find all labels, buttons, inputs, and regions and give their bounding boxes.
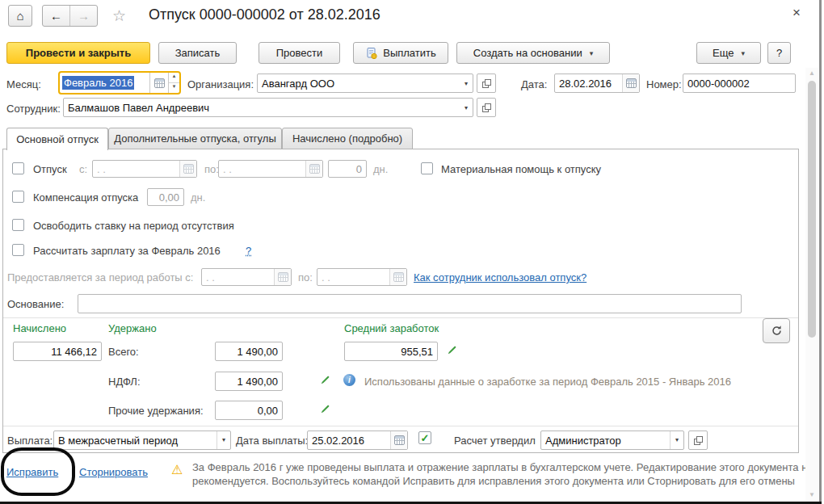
approved-by-open-button[interactable]	[688, 430, 708, 450]
organization-value: Авангард ООО	[258, 78, 460, 90]
reverse-link[interactable]: Сторнировать	[79, 466, 148, 478]
pay-icon	[365, 47, 378, 60]
tab-label: Основной отпуск	[16, 133, 99, 145]
vacation-checkbox[interactable]	[12, 162, 24, 174]
refresh-button[interactable]	[763, 318, 790, 343]
scroll-down-icon[interactable]: ▼	[809, 491, 815, 498]
chevron-down-icon[interactable]: ▾	[217, 431, 230, 449]
calendar-icon	[394, 435, 405, 445]
section-divider	[3, 426, 798, 426]
tab-label: Начислено (подробно)	[292, 132, 402, 145]
create-based-on-button[interactable]: Создать на основании ▾	[456, 42, 610, 64]
fix-link[interactable]: Исправить	[6, 466, 58, 478]
tab-additional-vacations[interactable]: Дополнительные отпуска, отгулы	[108, 128, 282, 149]
date-label: Дата:	[521, 78, 547, 90]
payment-method-select[interactable]: В межрасчетный период ▾	[53, 430, 231, 450]
spinner-down-icon[interactable]: ▾	[169, 83, 179, 93]
calendar-icon	[278, 272, 288, 282]
more-button[interactable]: Еще ▾	[696, 42, 761, 64]
employee-value: Балмашов Павел Андреевич	[64, 102, 460, 114]
pay-button[interactable]: Выплатить	[353, 42, 448, 64]
calendar-button[interactable]	[274, 269, 291, 285]
calendar-button[interactable]	[179, 161, 196, 177]
edit-pencil-icon[interactable]	[447, 345, 457, 355]
chevron-down-icon[interactable]: ▾	[460, 80, 473, 87]
home-button[interactable]: ⌂	[8, 5, 32, 27]
average-earnings-value: 955,51	[345, 346, 437, 358]
release-rate-checkbox[interactable]	[12, 219, 24, 231]
work-period-label: Предоставляется за период работы с:	[7, 271, 193, 284]
warning-icon: ⚠	[171, 464, 183, 477]
back-button[interactable]: ←	[43, 6, 69, 26]
approved-by-select[interactable]: Администратор ▾	[540, 430, 684, 450]
vacation-days-field[interactable]: 0	[328, 160, 367, 178]
month-spinner[interactable]: ▴ ▾	[168, 73, 179, 93]
calendar-button[interactable]	[390, 431, 407, 449]
favorites-star-icon[interactable]: ☆	[112, 6, 126, 25]
close-button[interactable]: ×	[792, 5, 801, 21]
month-value: Февраль 2016	[62, 76, 134, 90]
payment-date-field[interactable]: 25.02.2016	[307, 430, 408, 450]
chevron-down-icon[interactable]: ▾	[670, 431, 683, 449]
chevron-down-icon: ▾	[590, 49, 594, 57]
open-icon	[482, 103, 491, 112]
compensation-unit-label: дн.	[191, 191, 205, 204]
basis-label: Основание:	[7, 298, 64, 310]
approved-by-label: Расчет утвердил	[454, 435, 536, 447]
payment-approved-checkbox[interactable]: ✓	[418, 431, 431, 444]
spinner-up-icon[interactable]: ▴	[169, 73, 179, 83]
tab-accrued-details[interactable]: Начислено (подробно)	[282, 128, 413, 149]
compensation-days-value: 0,00	[148, 191, 183, 204]
number-field[interactable]: 0000-000002	[683, 74, 796, 93]
organization-label: Организация:	[187, 78, 254, 90]
scrollbar-thumb[interactable]	[808, 81, 816, 338]
pay-label: Выплатить	[383, 47, 436, 59]
chevron-down-icon[interactable]: ▾	[460, 104, 473, 111]
vacation-usage-link[interactable]: Как сотрудник использовал отпуск?	[414, 271, 586, 284]
accrued-total-field[interactable]: 11 466,12	[13, 342, 102, 361]
date-field[interactable]: 28.02.2016	[554, 74, 640, 93]
compensation-checkbox[interactable]	[12, 191, 24, 203]
average-earnings-field[interactable]: 955,51	[344, 342, 438, 361]
calc-salary-checkbox[interactable]	[12, 244, 24, 256]
date-calendar-button[interactable]	[622, 74, 639, 92]
check-icon: ✓	[421, 433, 430, 443]
number-value: 0000-000002	[683, 78, 795, 90]
month-calendar-button[interactable]	[149, 73, 168, 93]
scroll-up-icon[interactable]: ▲	[809, 69, 815, 77]
basis-field[interactable]	[78, 294, 742, 313]
edit-pencil-icon[interactable]	[320, 375, 330, 385]
ndfl-field[interactable]: 1 490,00	[215, 372, 283, 391]
employee-open-button[interactable]	[477, 98, 496, 117]
forward-button[interactable]: →	[69, 6, 97, 26]
month-field[interactable]: Февраль 2016 ▴ ▾	[58, 71, 181, 94]
edit-pencil-icon[interactable]	[320, 404, 330, 414]
compensation-days-field[interactable]: 0,00	[147, 188, 184, 206]
work-period-from-field[interactable]: . .	[201, 268, 292, 286]
work-period-to-field[interactable]: . .	[317, 268, 407, 286]
post-and-close-button[interactable]: Провести и закрыть	[6, 42, 150, 64]
other-withholdings-field[interactable]: 0,00	[215, 401, 283, 420]
vacation-to-field[interactable]: . .	[218, 160, 323, 178]
help-button[interactable]: ?	[767, 42, 791, 64]
calendar-icon	[626, 78, 637, 88]
calendar-button[interactable]	[389, 269, 406, 285]
vacation-from-field[interactable]: . .	[92, 160, 197, 178]
write-button[interactable]: Записать	[158, 42, 237, 64]
calendar-button[interactable]	[305, 161, 322, 177]
organization-open-button[interactable]	[477, 74, 496, 93]
chevron-down-icon: ▾	[741, 49, 745, 57]
calendar-icon	[393, 272, 404, 282]
number-label: Номер:	[646, 78, 682, 90]
employee-field[interactable]: Балмашов Павел Андреевич ▾	[63, 98, 473, 117]
calc-salary-help-link[interactable]: ?	[246, 245, 251, 257]
organization-field[interactable]: Авангард ООО ▾	[257, 74, 473, 93]
open-icon	[694, 436, 703, 445]
refresh-icon	[771, 325, 783, 337]
tab-main-vacation[interactable]: Основной отпуск	[6, 128, 108, 150]
work-period-to-label: по:	[298, 271, 313, 284]
post-button[interactable]: Провести	[259, 42, 340, 64]
withheld-total-field[interactable]: 1 490,00	[215, 342, 283, 361]
material-help-checkbox[interactable]	[421, 162, 433, 174]
empty-date-placeholder: . .	[93, 163, 179, 175]
